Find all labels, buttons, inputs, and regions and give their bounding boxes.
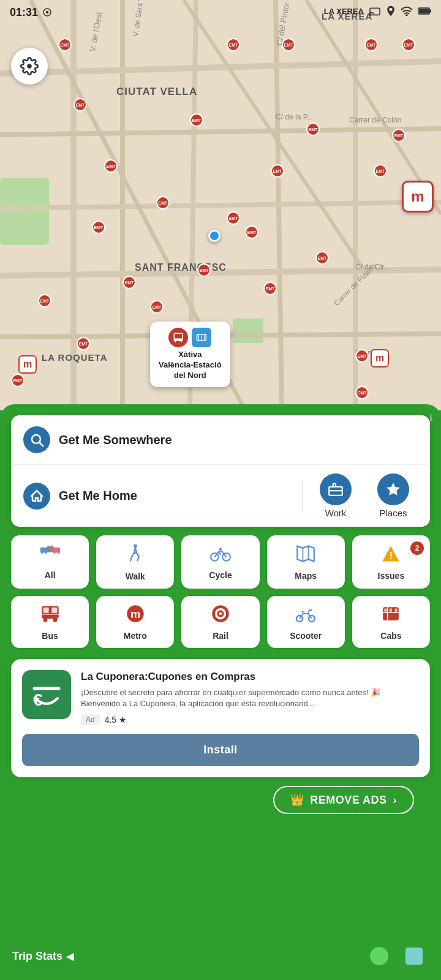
metro-quick-button[interactable]: m xyxy=(402,181,434,213)
svg-text:!: ! xyxy=(390,551,393,561)
cabs-icon xyxy=(381,605,401,626)
emt-marker[interactable]: EMT xyxy=(58,38,72,51)
emt-marker[interactable]: EMT xyxy=(150,300,164,314)
emt-marker[interactable]: EMT xyxy=(402,38,415,51)
emt-marker[interactable]: EMT xyxy=(392,129,405,142)
ad-logo-icon: € xyxy=(28,675,65,715)
svg-point-29 xyxy=(405,14,407,16)
install-button[interactable]: Install xyxy=(22,734,419,766)
transport-cabs-button[interactable]: Cabs xyxy=(352,596,430,648)
emt-marker[interactable]: EMT xyxy=(245,225,258,239)
cabs-label: Cabs xyxy=(380,631,401,641)
emt-marker[interactable]: EMT xyxy=(38,294,51,307)
time-text: 01:31 xyxy=(10,6,38,19)
issues-label: Issues xyxy=(378,571,405,581)
work-button[interactable]: Work xyxy=(311,473,360,518)
remove-ads-label: REMOVE ADS xyxy=(310,794,386,807)
emt-marker[interactable]: EMT xyxy=(74,98,87,111)
ad-description: ¡Descubre el secreto para ahorrar en cua… xyxy=(81,687,419,709)
station-popup[interactable]: Xàtiva València-Estació del Nord xyxy=(150,322,230,387)
metro-marker[interactable]: m xyxy=(371,349,389,368)
station-metro-icon xyxy=(192,328,211,347)
emt-marker[interactable]: EMT xyxy=(77,337,90,350)
transport-scooter-button[interactable]: Scooter xyxy=(267,596,345,648)
crown-icon: 👑 xyxy=(290,793,304,807)
nav-dot-other[interactable] xyxy=(405,948,423,965)
bottom-nav: Trip Stats ◀ xyxy=(0,938,441,980)
battery-icon xyxy=(418,7,431,15)
nav-dot-home[interactable] xyxy=(370,947,388,965)
svg-point-27 xyxy=(369,14,371,16)
emt-marker[interactable]: EMT xyxy=(11,374,24,387)
svg-rect-26 xyxy=(370,8,380,15)
svg-point-25 xyxy=(46,11,49,14)
search-placeholder: Get Me Somewhere xyxy=(59,433,172,447)
transport-maps-button[interactable]: Maps xyxy=(267,535,345,589)
emt-marker[interactable]: EMT xyxy=(156,196,170,209)
ad-logo: € xyxy=(22,670,71,719)
trip-stats-button[interactable]: Trip Stats ◀ xyxy=(12,950,74,963)
svg-text:C/ de la P...: C/ de la P... xyxy=(276,113,313,121)
emt-marker[interactable]: EMT xyxy=(197,263,211,277)
cast-icon xyxy=(369,6,381,16)
time-display: 01:31 xyxy=(10,6,53,19)
get-home-button[interactable]: Get Me Home xyxy=(23,483,293,510)
station-icons xyxy=(168,328,211,347)
search-bar[interactable]: Get Me Somewhere Get Me Home xyxy=(11,415,430,527)
emt-marker[interactable]: EMT xyxy=(355,349,369,363)
svg-point-41 xyxy=(45,552,47,554)
transport-all-button[interactable]: All xyxy=(11,535,89,589)
emt-marker[interactable]: EMT xyxy=(271,164,284,178)
svg-rect-2 xyxy=(233,318,263,343)
current-location-dot xyxy=(208,230,221,242)
emt-marker[interactable]: EMT xyxy=(92,221,105,234)
transport-metro-button[interactable]: m Metro xyxy=(96,596,174,648)
cycle-icon xyxy=(210,545,231,565)
transport-walk-button[interactable]: Walk xyxy=(96,535,174,589)
places-icon-container xyxy=(377,473,409,505)
ad-info-icon[interactable]: ℹ xyxy=(429,413,432,423)
transport-bus-button[interactable]: Bus xyxy=(11,596,89,648)
svg-rect-75 xyxy=(390,608,392,611)
emt-marker[interactable]: EMT xyxy=(355,386,369,399)
emt-marker[interactable]: EMT xyxy=(306,123,320,136)
quick-destinations-row[interactable]: Get Me Home Work xyxy=(11,465,430,527)
map-view[interactable]: V. de l'Oest V. de Sant Vicent Martir C/… xyxy=(0,0,441,410)
emt-marker[interactable]: EMT xyxy=(315,251,329,265)
search-row[interactable]: Get Me Somewhere xyxy=(11,415,430,465)
transport-issues-button[interactable]: ! Issues 2 xyxy=(352,535,430,589)
svg-marker-52 xyxy=(297,546,314,561)
issues-badge: 2 xyxy=(410,541,424,555)
svg-point-68 xyxy=(219,612,222,616)
emt-marker[interactable]: EMT xyxy=(364,38,378,51)
walk-label: Walk xyxy=(126,571,145,581)
settings-button[interactable] xyxy=(11,48,48,85)
emt-marker[interactable]: EMT xyxy=(374,164,387,178)
emt-marker[interactable]: EMT xyxy=(227,38,240,51)
ad-badge: Ad xyxy=(81,714,100,725)
trip-stats-arrow-icon: ◀ xyxy=(66,951,74,962)
emt-marker[interactable]: EMT xyxy=(227,211,240,225)
svg-text:C/ de Cir...: C/ de Cir... xyxy=(355,263,390,271)
transport-cycle-button[interactable]: Cycle xyxy=(181,535,259,589)
svg-point-51 xyxy=(219,548,222,550)
emt-marker[interactable]: EMT xyxy=(282,38,295,51)
places-label: Places xyxy=(379,508,407,518)
emt-marker[interactable]: EMT xyxy=(190,113,203,127)
metro-marker[interactable]: m xyxy=(18,355,37,374)
emt-marker[interactable]: EMT xyxy=(263,282,277,295)
svg-point-48 xyxy=(134,545,137,548)
maps-label: Maps xyxy=(295,571,317,581)
remove-ads-button[interactable]: 👑 REMOVE ADS › xyxy=(273,786,414,814)
svg-rect-76 xyxy=(395,608,398,611)
svg-rect-32 xyxy=(419,9,429,13)
places-button[interactable]: Places xyxy=(369,473,418,518)
emt-marker[interactable]: EMT xyxy=(123,276,136,289)
ad-meta: Ad 4.5 ★ xyxy=(81,714,419,725)
transport-rail-button[interactable]: Rail xyxy=(181,596,259,648)
arrow-icon: › xyxy=(393,794,398,807)
svg-rect-58 xyxy=(43,608,48,613)
bus-label: Bus xyxy=(42,631,58,641)
emt-marker[interactable]: EMT xyxy=(104,159,118,173)
svg-rect-74 xyxy=(385,608,387,611)
